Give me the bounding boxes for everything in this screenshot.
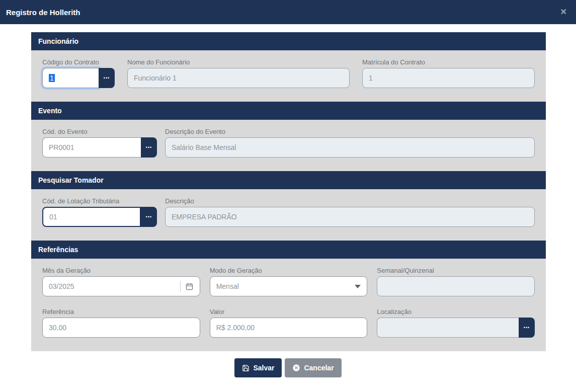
referencia-label: Referência (42, 308, 200, 316)
field-descricao-evento: Descrição do Evento Salário Base Mensal (165, 128, 535, 158)
section-header-evento: Evento (31, 102, 546, 120)
save-icon (242, 364, 250, 372)
section-body-evento: Cód. do Evento PR0001 ••• Descrição do E… (31, 120, 546, 171)
cod-lotacao-label: Cód. de Lotação Tributária (42, 197, 157, 205)
mes-geracao-value: 03/2025 (49, 282, 74, 290)
matricula-contrato-label: Matrícula do Contrato (362, 58, 535, 66)
field-modo-geracao: Modo de Geração Mensal (210, 267, 368, 296)
matricula-contrato-input: 1 (362, 68, 535, 88)
semanal-quinzenal-label: Semanal/Quinzenal (377, 267, 535, 274)
descricao-tomador-input: EMPRESA PADRÃO (165, 207, 535, 227)
cancel-button[interactable]: Cancelar (285, 358, 341, 377)
cod-lotacao-lookup-button[interactable]: ••• (141, 207, 157, 227)
cancel-circle-x-icon (292, 364, 300, 372)
codigo-contrato-lookup-button[interactable]: ••• (99, 68, 115, 88)
localizacao-input (377, 318, 519, 338)
section-body-funcionario: Código do Contrato 1 ••• Nome do Funcion… (31, 50, 546, 102)
field-valor: Valor R$ 2.000,00 (210, 308, 368, 338)
modal-header: Registro de Hollerith ✕ (0, 0, 576, 24)
matricula-contrato-value: 1 (369, 74, 373, 82)
referencia-value: 30,00 (49, 324, 66, 332)
cod-evento-label: Cód. do Evento (42, 128, 157, 135)
field-cod-evento: Cód. do Evento PR0001 ••• (42, 128, 157, 158)
cod-evento-input[interactable]: PR0001 (42, 137, 141, 158)
descricao-evento-label: Descrição do Evento (165, 128, 535, 135)
section-title: Evento (38, 107, 62, 115)
field-cod-lotacao: Cód. de Lotação Tributária 01 ••• (42, 197, 157, 227)
field-descricao-tomador: Descrição EMPRESA PADRÃO (165, 197, 535, 227)
calendar-icon[interactable] (185, 282, 194, 291)
semanal-quinzenal-input (377, 276, 535, 296)
cod-lotacao-input[interactable]: 01 (42, 207, 141, 227)
mes-geracao-label: Mês da Geração (42, 267, 200, 274)
section-title: Funcionário (38, 37, 78, 45)
section-body-referencias: Mês da Geração 03/2025 (31, 259, 546, 351)
ellipsis-icon: ••• (146, 145, 152, 150)
field-matricula-contrato: Matrícula do Contrato 1 (362, 58, 535, 88)
chevron-down-icon (355, 285, 361, 288)
descricao-tomador-value: EMPRESA PADRÃO (172, 213, 237, 221)
descricao-evento-value: Salário Base Mensal (172, 143, 236, 151)
field-mes-geracao: Mês da Geração 03/2025 (42, 267, 200, 296)
codigo-contrato-input[interactable]: 1 (42, 68, 99, 88)
field-nome-funcionario: Nome do Funcionário Funcionário 1 (127, 58, 350, 88)
ellipsis-icon: ••• (524, 325, 530, 330)
modal-title: Registro de Hollerith (6, 8, 80, 17)
cod-lotacao-value: 01 (49, 213, 57, 221)
mes-geracao-input[interactable]: 03/2025 (42, 276, 200, 296)
section-title: Pesquisar Tomador (38, 176, 104, 184)
valor-value: R$ 2.000,00 (216, 324, 255, 332)
save-button-label: Salvar (253, 364, 274, 372)
nome-funcionario-input: Funcionário 1 (127, 68, 350, 88)
field-semanal-quinzenal: Semanal/Quinzenal (377, 267, 535, 296)
valor-label: Valor (210, 308, 368, 316)
descricao-evento-input: Salário Base Mensal (165, 137, 535, 158)
section-header-referencias: Referências (31, 241, 546, 259)
cod-evento-lookup-button[interactable]: ••• (141, 137, 157, 158)
modo-geracao-select[interactable]: Mensal (210, 276, 368, 296)
modo-geracao-value: Mensal (216, 282, 239, 290)
referencia-input[interactable]: 30,00 (42, 318, 200, 338)
footer-actions: Salvar Cancelar (0, 358, 576, 377)
localizacao-lookup-button[interactable]: ••• (519, 318, 535, 338)
section-title: Referências (38, 246, 78, 254)
section-body-tomador: Cód. de Lotação Tributária 01 ••• Descri… (31, 189, 546, 241)
cod-evento-value: PR0001 (49, 143, 74, 151)
field-codigo-contrato: Código do Contrato 1 ••• (42, 58, 115, 88)
ellipsis-icon: ••• (104, 75, 110, 81)
nome-funcionario-value: Funcionário 1 (134, 74, 177, 82)
descricao-tomador-label: Descrição (165, 197, 535, 205)
input-divider (180, 281, 181, 292)
section-header-tomador: Pesquisar Tomador (31, 171, 546, 189)
field-localizacao: Localização ••• (377, 308, 535, 338)
codigo-contrato-value: 1 (49, 74, 55, 82)
valor-input[interactable]: R$ 2.000,00 (210, 318, 368, 338)
field-referencia: Referência 30,00 (42, 308, 200, 338)
save-button[interactable]: Salvar (234, 358, 282, 377)
section-header-funcionario: Funcionário (31, 32, 546, 50)
codigo-contrato-label: Código do Contrato (42, 58, 115, 66)
localizacao-label: Localização (377, 308, 535, 316)
cancel-button-label: Cancelar (304, 364, 334, 372)
nome-funcionario-label: Nome do Funcionário (127, 58, 350, 66)
close-icon[interactable]: ✕ (560, 8, 567, 16)
form-panel: Funcionário Código do Contrato 1 ••• Nom… (31, 32, 546, 351)
ellipsis-icon: ••• (146, 214, 152, 219)
modo-geracao-label: Modo de Geração (210, 267, 368, 274)
